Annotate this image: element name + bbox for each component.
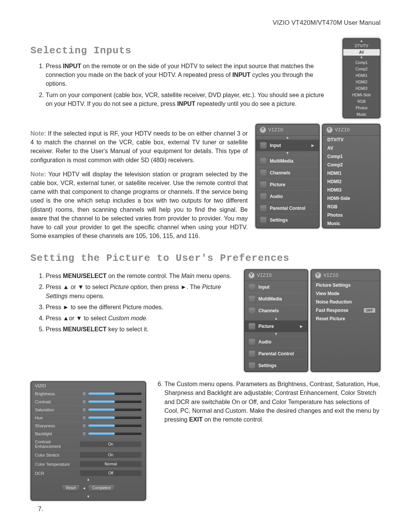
heading-setting-picture: Setting the Picture to User's Preference… — [30, 252, 381, 264]
input-item: DTV/TV — [343, 43, 380, 49]
heading-selecting-inputs: Selecting Inputs — [30, 45, 328, 56]
chevron-right-icon: ► — [299, 324, 304, 329]
input-icon — [260, 142, 267, 149]
chevron-left-icon: ◄ — [82, 486, 86, 490]
multimedia-icon — [260, 158, 267, 165]
input-source-list: ▲ DTV/TV AV ▼ Comp1 Comp2 HDMI1 HDMI2 HD… — [342, 38, 381, 118]
step-2: Turn on your component (cable box, VCR, … — [46, 91, 328, 108]
parental-icon — [249, 350, 255, 357]
document-title: VIZIO VT420M/VT470M User Manual — [30, 19, 381, 27]
step-1: Press INPUT on the remote or on the side… — [46, 62, 328, 88]
chevron-down-icon: ▼ — [31, 495, 145, 500]
custom-picture-sliders: VIZIO Brightness0 Contrast0 Saturation0 … — [30, 381, 146, 501]
selecting-inputs-steps: Press INPUT on the remote or on the side… — [46, 62, 328, 108]
audio-icon — [249, 339, 255, 345]
off-badge: OFF — [364, 308, 375, 313]
chevron-down-icon: ▼ — [256, 151, 319, 155]
settings-icon — [249, 362, 255, 369]
slider-bar — [88, 417, 142, 419]
osd-input-menu-figure: VIZIO ▲ Input► ▼ MultiMedia Channels Pic… — [255, 124, 381, 228]
channels-icon — [249, 307, 255, 314]
note-2: Note: Your HDTV will display the televis… — [30, 170, 248, 241]
input-icon — [249, 284, 255, 291]
vizio-logo-icon — [327, 127, 333, 133]
osd-picture-menu-figure: VIZIO Input MultiMedia Channels ▲ Pictur… — [244, 269, 381, 372]
vizio-logo-icon — [249, 272, 255, 278]
picture-step-3: Press ► to see the different Picture mod… — [46, 303, 233, 312]
audio-icon — [260, 193, 267, 200]
menu-picture: Picture► — [245, 320, 307, 332]
step-7-empty: 7. — [38, 505, 146, 513]
chevron-up-icon: ▲ — [343, 39, 380, 43]
chevron-up-icon: ▲ — [245, 316, 307, 320]
slider-bar — [88, 425, 142, 427]
picture-step-2: Press ▲ or ▼ to select Picture option, t… — [46, 283, 233, 300]
settings-icon — [260, 217, 267, 224]
chevron-down-icon: ▼ — [245, 332, 307, 336]
vizio-logo-icon — [260, 127, 266, 133]
chevron-right-icon: ► — [311, 143, 315, 148]
picture-step-1: Press MENU/SELECT on the remote control.… — [46, 272, 233, 280]
note-1: Note: If the selected input is RF, your … — [30, 129, 248, 165]
chevron-up-icon: ▲ — [256, 136, 319, 139]
slider-bar — [88, 433, 142, 435]
picture-icon — [249, 323, 255, 330]
picture-step-6: The Custom menu opens. Parameters as Bri… — [164, 380, 381, 424]
menu-input: Input► — [256, 139, 319, 151]
channels-icon — [260, 169, 267, 176]
slider-bar — [88, 409, 142, 411]
parental-icon — [260, 205, 267, 212]
slider-bar — [88, 401, 142, 403]
picture-steps: Press MENU/SELECT on the remote control.… — [46, 272, 233, 334]
picture-step-4: Press ▲or ▼ to select Custom mode. — [46, 314, 233, 323]
input-item-selected: AV — [343, 49, 380, 56]
slider-bar — [88, 393, 142, 395]
picture-icon — [260, 181, 267, 188]
vizio-logo-icon — [315, 272, 321, 278]
multimedia-icon — [249, 296, 255, 302]
chevron-up-icon: ▲ — [31, 478, 145, 481]
reset-button: Reset — [62, 484, 80, 492]
completed-button: Completed — [88, 484, 115, 492]
picture-step-5: Press MENU/SELECT key to select it. — [46, 325, 233, 334]
chevron-down-icon: ▼ — [343, 56, 380, 59]
